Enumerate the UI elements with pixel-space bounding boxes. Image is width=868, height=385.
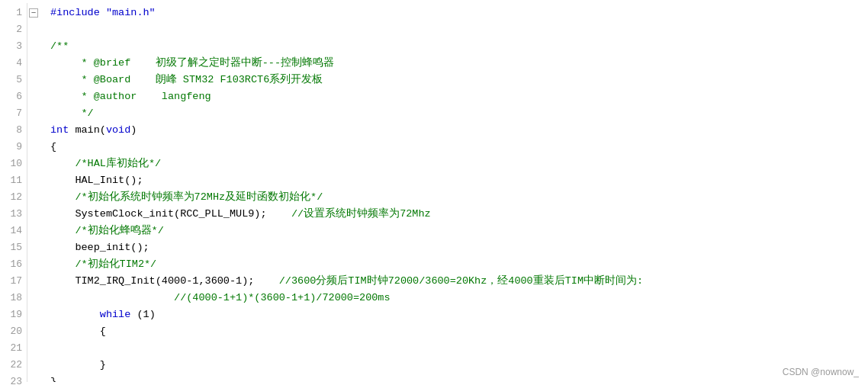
line-number: 10 xyxy=(0,156,22,172)
line-number: 5 xyxy=(0,72,22,88)
code-line xyxy=(50,21,868,38)
code-line: int main(void) xyxy=(50,122,868,139)
code-line: SystemClock_init(RCC_PLL_MUL9); //设置系统时钟… xyxy=(50,206,868,223)
code-line: { xyxy=(50,323,868,340)
code-line: * @author langfeng xyxy=(50,88,868,105)
code-line: /*HAL库初始化*/ xyxy=(50,156,868,172)
code-line: } xyxy=(50,374,868,382)
line-number: 7 xyxy=(0,105,22,122)
code-line: * @Board 朗峰 STM32 F103RCT6系列开发板 xyxy=(50,72,868,88)
line-number: 6 xyxy=(0,88,22,105)
fold-minus-icon[interactable]: − xyxy=(29,8,38,18)
code-line xyxy=(50,340,868,357)
line-number: 9 xyxy=(0,139,22,156)
line-number: 13 xyxy=(0,206,22,223)
line-number: 19 xyxy=(0,306,22,323)
line-number: 18 xyxy=(0,290,22,306)
line-number: 17 xyxy=(0,273,22,290)
code-line: /*初始化系统时钟频率为72MHz及延时函数初始化*/ xyxy=(50,189,868,206)
line-number: 20 xyxy=(0,323,22,340)
code-line: beep_init(); xyxy=(50,239,868,256)
code-line: /** xyxy=(50,38,868,55)
line-number: 23 xyxy=(0,374,22,385)
line-number: 3 xyxy=(0,38,22,55)
code-line: * @brief 初级了解之定时器中断---控制蜂鸣器 xyxy=(50,55,868,72)
line-number: 2 xyxy=(0,21,22,38)
line-number: 22 xyxy=(0,357,22,374)
code-line: */ xyxy=(50,105,868,122)
line-number: 1 xyxy=(0,5,22,21)
code-line: } xyxy=(50,357,868,374)
fold-indicators-panel[interactable]: −−− xyxy=(27,3,41,382)
line-number: 11 xyxy=(0,172,22,189)
code-area: #include "main.h" /** * @brief 初级了解之定时器中… xyxy=(41,3,868,382)
line-number: 16 xyxy=(0,256,22,273)
line-numbers-panel: 1234567891011121314151617181920212223 xyxy=(0,3,27,382)
code-line: { xyxy=(50,139,868,156)
line-number: 4 xyxy=(0,55,22,72)
code-line: #include "main.h" xyxy=(50,5,868,21)
code-line: HAL_Init(); xyxy=(50,172,868,189)
line-number: 21 xyxy=(0,340,22,357)
code-line: /*初始化蜂鸣器*/ xyxy=(50,223,868,239)
line-number: 12 xyxy=(0,189,22,206)
line-number: 14 xyxy=(0,223,22,239)
line-number: 15 xyxy=(0,239,22,256)
code-editor: 1234567891011121314151617181920212223 −−… xyxy=(0,0,868,385)
code-line: TIM2_IRQ_Init(4000-1,3600-1); //3600分频后T… xyxy=(50,273,868,290)
code-line: /*初始化TIM2*/ xyxy=(50,256,868,273)
code-line: //(4000-1+1)*(3600-1+1)/72000=200ms xyxy=(50,290,868,306)
code-line: while (1) xyxy=(50,306,868,323)
line-number: 8 xyxy=(0,122,22,139)
watermark: CSDN @nownow_ xyxy=(783,367,859,377)
